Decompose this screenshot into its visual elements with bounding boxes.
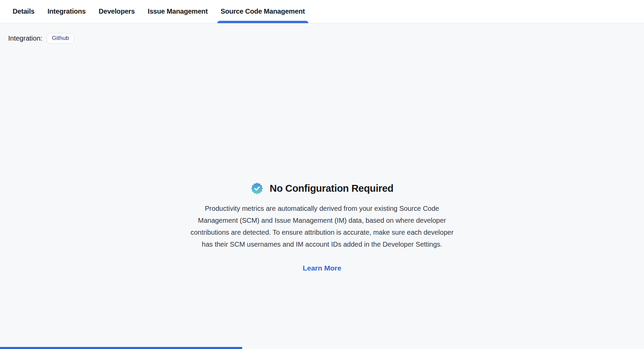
learn-more-link[interactable]: Learn More: [303, 264, 341, 272]
integration-label: Integration:: [8, 34, 42, 42]
empty-state-title-row: No Configuration Required: [158, 182, 486, 195]
integration-row: Integration: Github: [0, 23, 644, 44]
tab-source-code-management[interactable]: Source Code Management: [221, 0, 305, 23]
integration-value-chip: Github: [47, 33, 74, 44]
tab-issue-management[interactable]: Issue Management: [148, 0, 208, 23]
learn-more-row: Learn More: [158, 264, 486, 272]
tab-bar: Details Integrations Developers Issue Ma…: [0, 0, 644, 23]
verified-badge-icon: [250, 182, 264, 195]
no-configuration-empty-state: No Configuration Required Productivity m…: [158, 182, 486, 272]
tab-details[interactable]: Details: [13, 0, 34, 23]
bottom-accent-bar: [0, 347, 242, 349]
empty-state-description: Productivity metrics are automatically d…: [190, 203, 454, 250]
tab-integrations[interactable]: Integrations: [47, 0, 86, 23]
tab-developers[interactable]: Developers: [99, 0, 135, 23]
main-content: Integration: Github No Configuration Req…: [0, 23, 644, 349]
empty-state-title: No Configuration Required: [269, 183, 393, 194]
